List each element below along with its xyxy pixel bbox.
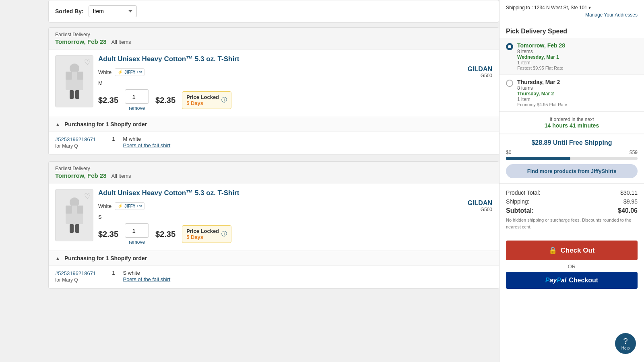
item-pricing-1: $2.35 remove $2.35 Price Locked 5 Days ⓘ bbox=[98, 89, 492, 111]
order-timer-label: If ordered in the next bbox=[506, 117, 638, 122]
address-text: Shipping to : 1234 N West St, Ste 101 ▾ bbox=[506, 5, 591, 10]
order-id-link-2[interactable]: #5253196218671 bbox=[55, 270, 96, 276]
item-details-1: Adult Unisex Heavy Cotton™ 5.3 oz. T-Shi… bbox=[98, 55, 492, 111]
purchasing-row-1: #5253196218671 for Mary Q 1 M white Poet… bbox=[55, 136, 492, 149]
svg-rect-3 bbox=[77, 72, 83, 80]
shipping-label: Shipping: bbox=[506, 198, 529, 205]
help-button[interactable]: ? Help bbox=[615, 333, 636, 354]
svg-rect-5 bbox=[75, 90, 79, 99]
total-price-2: $2.35 bbox=[155, 230, 175, 239]
all-items-1: All items bbox=[111, 39, 131, 45]
shipping-value: $9.95 bbox=[623, 198, 638, 205]
svg-rect-4 bbox=[70, 90, 74, 99]
item-thumb-1: ♡ bbox=[55, 55, 93, 107]
item-size-2: S bbox=[98, 214, 492, 220]
chevron-icon-1: ▲ bbox=[55, 121, 60, 128]
brand-name-1: GILDAN bbox=[468, 66, 492, 73]
jiffy-badge-2: ⚡ JIFFY 1st bbox=[115, 202, 144, 210]
product-total-label: Product Total: bbox=[506, 189, 540, 196]
sort-select[interactable]: Item Price Date bbox=[89, 5, 137, 17]
item-body-2: ♡ Adult Unisex Heavy Cotton™ 5.3 oz. T-S… bbox=[49, 183, 499, 251]
brand-group-2: GILDAN G500 bbox=[468, 200, 492, 212]
wishlist-button-2[interactable]: ♡ bbox=[84, 192, 91, 201]
delivery-main-date-2: Thursday, Mar 2 bbox=[517, 79, 638, 85]
svg-rect-2 bbox=[66, 72, 72, 80]
item-details-2: Adult Unisex Heavy Cotton™ 5.3 oz. T-Shi… bbox=[98, 189, 492, 245]
qty-input-1[interactable] bbox=[125, 89, 149, 104]
manage-addresses-link[interactable]: Manage Your Addresses bbox=[506, 12, 638, 18]
lightning-icon-2: ⚡ bbox=[118, 204, 123, 209]
purchasing-details-2: #5253196218671 for Mary Q 1 S white Poet… bbox=[49, 265, 499, 288]
delivery-header-1: Earliest Delivery Tomorrow, Feb 28 All i… bbox=[49, 28, 499, 49]
item-color-1: White bbox=[98, 69, 111, 75]
shipping-max: $59 bbox=[630, 150, 638, 155]
sidebar: Shipping to : 1234 N West St, Ste 101 ▾ … bbox=[499, 0, 644, 362]
purchasing-bar-1[interactable]: ▲ Purchasing for 1 Shopify order bbox=[49, 117, 499, 132]
remove-link-2[interactable]: remove bbox=[129, 239, 145, 245]
delivery-date-1: Tomorrow, Feb 28 bbox=[55, 38, 107, 45]
price-locked-label-1: Price Locked bbox=[186, 94, 219, 100]
sort-label: Sorted By: bbox=[55, 8, 84, 14]
order-desc-1[interactable]: Poets of the fall shirt bbox=[123, 142, 170, 148]
product-image-2 bbox=[62, 195, 87, 235]
delivery-count-1: 8 items bbox=[517, 49, 638, 54]
order-timer: If ordered in the next 14 hours 41 minut… bbox=[500, 111, 644, 134]
delivery-subdate-1: Wednesday, Mar 1 bbox=[517, 54, 638, 60]
item-name-link-2[interactable]: Adult Unisex Heavy Cotton™ 5.3 oz. T-Shi… bbox=[98, 189, 492, 197]
order-id-link-1[interactable]: #5253196218671 bbox=[55, 136, 96, 142]
free-shipping-section: $28.89 Until Free Shipping $0 $59 Find m… bbox=[500, 134, 644, 183]
price-locked-box-1: Price Locked 5 Days ⓘ bbox=[182, 91, 231, 109]
lightning-icon-1: ⚡ bbox=[118, 70, 123, 75]
price-locked-info-icon-1[interactable]: ⓘ bbox=[221, 97, 227, 104]
address-bar: Shipping to : 1234 N West St, Ste 101 ▾ … bbox=[500, 0, 644, 22]
for-user-1: for Mary Q bbox=[55, 143, 96, 149]
brand-name-2: GILDAN bbox=[468, 200, 492, 207]
jiffy-badge-1: ⚡ JIFFY 1st bbox=[115, 68, 144, 76]
brand-model-2: G500 bbox=[468, 207, 492, 212]
find-products-button[interactable]: Find more products from JiffyShirts bbox=[506, 164, 638, 178]
subtotal-row: Subtotal: $40.06 bbox=[506, 207, 638, 214]
qty-group-2: remove bbox=[125, 223, 149, 245]
delivery-option-2[interactable]: Thursday, Mar 2 8 items Thursday, Mar 2 … bbox=[500, 75, 644, 111]
delivery-note-1: Fastest $9.95 Flat Rate bbox=[517, 66, 638, 70]
shipping-bar-row: $0 $59 bbox=[506, 150, 638, 155]
delivery-count2-1: 1 item bbox=[517, 60, 638, 66]
product-image-1 bbox=[62, 61, 87, 101]
remove-link-1[interactable]: remove bbox=[129, 105, 145, 111]
brand-group-1: GILDAN G500 bbox=[468, 66, 492, 78]
delivery-label-1: Earliest Delivery bbox=[55, 32, 492, 37]
checkout-button[interactable]: 🔒 Check Out bbox=[506, 241, 638, 260]
item-color-2: White bbox=[98, 203, 111, 209]
item-card-1: Earliest Delivery Tomorrow, Feb 28 All i… bbox=[48, 27, 499, 155]
svg-rect-9 bbox=[77, 206, 83, 214]
delivery-radio-2[interactable] bbox=[506, 80, 513, 87]
paypal-checkout-button[interactable]: PayPal Checkout bbox=[506, 272, 638, 289]
delivery-radio-1[interactable] bbox=[506, 43, 513, 50]
item-card-2: Earliest Delivery Tomorrow, Feb 28 All i… bbox=[48, 161, 499, 289]
paypal-checkout-label: Checkout bbox=[569, 277, 598, 284]
price-locked-label-2: Price Locked bbox=[186, 228, 219, 234]
product-total-row: Product Total: $30.11 bbox=[506, 189, 638, 196]
order-variant-2: S white bbox=[123, 270, 170, 276]
item-name-link-1[interactable]: Adult Unisex Heavy Cotton™ 5.3 oz. T-Shi… bbox=[98, 55, 492, 63]
chevron-icon-2: ▲ bbox=[55, 255, 60, 261]
purchasing-details-1: #5253196218671 for Mary Q 1 M white Poet… bbox=[49, 132, 499, 154]
qty-input-2[interactable] bbox=[125, 223, 149, 238]
price-locked-info-icon-2[interactable]: ⓘ bbox=[221, 230, 227, 238]
delivery-info-2: Thursday, Mar 2 8 items Thursday, Mar 2 … bbox=[517, 79, 638, 107]
delivery-option-1[interactable]: Tomorrow, Feb 28 8 items Wednesday, Mar … bbox=[500, 38, 644, 75]
order-desc-2[interactable]: Poets of the fall shirt bbox=[123, 276, 170, 282]
delivery-date-2: Tomorrow, Feb 28 bbox=[55, 172, 107, 179]
price-locked-box-2: Price Locked 5 Days ⓘ bbox=[182, 225, 231, 243]
subtotal-value: $40.06 bbox=[618, 207, 638, 214]
delivery-note-2: Economy $4.95 Flat Rate bbox=[517, 102, 638, 107]
subtotal-label: Subtotal: bbox=[506, 207, 534, 214]
sort-bar: Sorted By: Item Price Date bbox=[48, 0, 499, 23]
order-qty-2: 1 bbox=[112, 270, 115, 276]
paypal-logo-icon: PayPal bbox=[545, 277, 566, 284]
purchasing-bar-2[interactable]: ▲ Purchasing for 1 Shopify order bbox=[49, 251, 499, 265]
wishlist-button-1[interactable]: ♡ bbox=[84, 58, 91, 67]
svg-rect-8 bbox=[66, 206, 72, 214]
order-timer-value: 14 hours 41 minutes bbox=[506, 122, 638, 129]
order-variant-1: M white bbox=[123, 136, 170, 142]
